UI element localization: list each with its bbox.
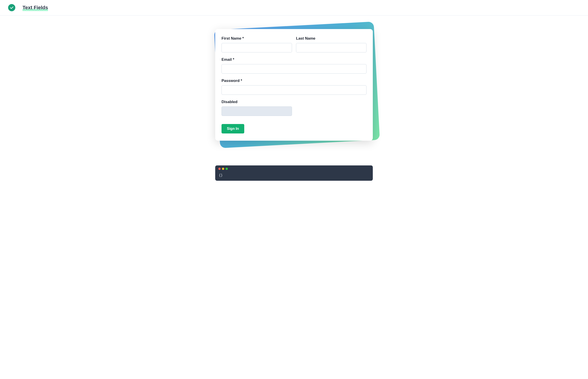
card-wrapper: First Name * Last Name Email * Password … <box>215 29 373 141</box>
code-window-controls <box>215 165 373 172</box>
form-group-disabled: Disabled <box>222 100 292 116</box>
form-row-disabled: Disabled <box>222 100 366 116</box>
form-row-password: Password * <box>222 79 366 95</box>
code-content: {} <box>215 172 373 181</box>
check-circle-icon <box>8 4 15 11</box>
password-label: Password * <box>222 79 366 83</box>
window-close-dot-icon <box>218 168 221 170</box>
first-name-label: First Name * <box>222 36 292 41</box>
form-group-last-name: Last Name <box>296 36 366 52</box>
code-output-block: {} <box>215 165 373 181</box>
disabled-label: Disabled <box>222 100 292 104</box>
sign-in-button[interactable]: Sign In <box>222 124 244 133</box>
email-input[interactable] <box>222 64 366 74</box>
form-row-names: First Name * Last Name <box>222 36 366 52</box>
check-icon <box>9 5 14 10</box>
disabled-input <box>222 107 292 116</box>
form-group-password: Password * <box>222 79 366 95</box>
last-name-label: Last Name <box>296 36 366 41</box>
form-group-email: Email * <box>222 57 366 74</box>
form-row-email: Email * <box>222 57 366 74</box>
password-input[interactable] <box>222 85 366 95</box>
first-name-input[interactable] <box>222 43 292 52</box>
window-maximize-dot-icon <box>225 168 228 170</box>
email-label: Email * <box>222 57 366 62</box>
last-name-input[interactable] <box>296 43 366 52</box>
form-group-first-name: First Name * <box>222 36 292 52</box>
main-container: First Name * Last Name Email * Password … <box>215 29 373 141</box>
form-card: First Name * Last Name Email * Password … <box>215 29 373 141</box>
page-header: Text Fields <box>0 0 588 16</box>
page-title: Text Fields <box>22 5 48 11</box>
window-minimize-dot-icon <box>222 168 224 170</box>
